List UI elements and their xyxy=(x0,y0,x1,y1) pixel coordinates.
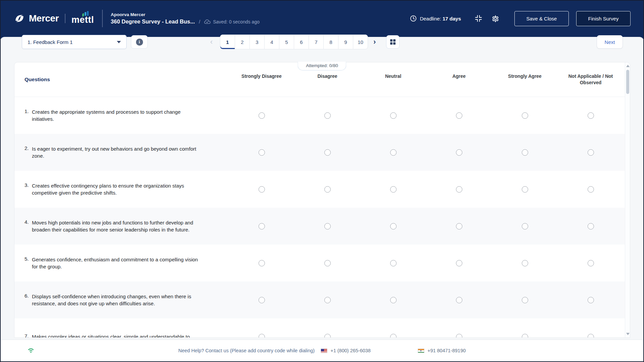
page-button[interactable]: 2 xyxy=(235,35,250,49)
rating-radio[interactable] xyxy=(588,149,594,156)
option-strongly-disagree xyxy=(229,223,294,229)
question-row: 6. Displays self-confidence when introdu… xyxy=(14,281,630,318)
rating-radio[interactable] xyxy=(390,334,397,338)
previous-pages-chevron[interactable]: ‹ xyxy=(210,38,213,46)
rating-radio[interactable] xyxy=(456,112,462,119)
option-strongly-disagree xyxy=(229,334,294,338)
rating-radio[interactable] xyxy=(456,186,462,193)
connection-status xyxy=(27,347,35,355)
rating-radio[interactable] xyxy=(456,334,462,338)
option-disagree xyxy=(294,260,360,266)
page-button[interactable]: 10 xyxy=(353,35,368,49)
questions-column-header: Questions xyxy=(14,76,229,83)
rating-radio[interactable] xyxy=(324,297,331,303)
page-button[interactable]: 9 xyxy=(338,35,353,49)
page-button[interactable]: 3 xyxy=(249,35,265,49)
rating-radio[interactable] xyxy=(456,260,462,266)
option-disagree xyxy=(294,186,360,193)
scroll-up-icon[interactable] xyxy=(626,65,630,67)
question-text-cell: 6. Displays self-confidence when introdu… xyxy=(14,293,229,307)
page-button[interactable]: 7 xyxy=(309,35,324,49)
option-not-applicable xyxy=(558,334,624,338)
rating-radio[interactable] xyxy=(259,297,265,303)
rating-radio[interactable] xyxy=(390,112,397,119)
compress-screen-button[interactable] xyxy=(474,14,482,22)
rating-radio[interactable] xyxy=(259,260,265,266)
rating-radio[interactable] xyxy=(324,334,331,338)
scroll-down-icon[interactable] xyxy=(626,333,630,335)
rating-radio[interactable] xyxy=(324,186,331,193)
question-number: 2. xyxy=(25,145,32,160)
rating-radio[interactable] xyxy=(456,297,462,303)
rating-radio[interactable] xyxy=(588,297,594,303)
rating-radio[interactable] xyxy=(522,260,528,266)
page-button[interactable]: 8 xyxy=(323,35,338,49)
option-agree xyxy=(426,334,492,338)
form-info-button[interactable]: i xyxy=(131,35,148,49)
rating-radio[interactable] xyxy=(390,223,397,229)
title-block: Apoorva Mercer 360 Degree Survey - Lead … xyxy=(111,12,260,25)
rating-radio[interactable] xyxy=(522,334,528,338)
cloud-saved-icon xyxy=(204,19,211,24)
finish-survey-button[interactable]: Finish Survey xyxy=(576,11,631,26)
rating-radio[interactable] xyxy=(588,223,594,229)
scrollbar-thumb[interactable] xyxy=(626,70,629,94)
rating-radio[interactable] xyxy=(522,112,528,119)
rating-radio[interactable] xyxy=(324,112,331,119)
question-text-cell: 3. Creates effective contingency plans t… xyxy=(14,182,229,197)
rating-radio[interactable] xyxy=(456,149,462,156)
rating-radio[interactable] xyxy=(324,260,331,266)
option-strongly-agree xyxy=(492,186,558,193)
page-button[interactable]: 4 xyxy=(264,35,279,49)
rating-radio[interactable] xyxy=(259,186,265,193)
rating-radio[interactable] xyxy=(390,149,397,156)
rating-radio[interactable] xyxy=(522,186,528,193)
rating-radio[interactable] xyxy=(390,297,397,303)
page-button[interactable]: 5 xyxy=(279,35,294,49)
top-header: Mercer mettl Apoorva Mercer 360 Degree S… xyxy=(0,0,644,37)
option-agree xyxy=(426,297,492,303)
feedback-form-dropdown-value: 1. Feedback Form 1 xyxy=(28,39,73,45)
option-strongly-agree xyxy=(492,297,558,303)
rating-radio[interactable] xyxy=(522,149,528,156)
rating-radio[interactable] xyxy=(259,223,265,229)
next-button[interactable]: Next xyxy=(597,35,623,49)
page-button[interactable]: 1 xyxy=(220,35,235,49)
rating-radio[interactable] xyxy=(456,223,462,229)
rating-radio[interactable] xyxy=(588,112,594,119)
rating-radio[interactable] xyxy=(259,112,265,119)
option-disagree xyxy=(294,334,360,338)
rating-radio[interactable] xyxy=(324,149,331,156)
save-close-button[interactable]: Save & Close xyxy=(514,11,569,26)
option-not-applicable xyxy=(558,149,624,156)
question-text-cell: 4. Moves high potentials into new jobs a… xyxy=(14,219,229,234)
rating-radio[interactable] xyxy=(259,334,265,338)
option-agree xyxy=(426,149,492,156)
vertical-scrollbar[interactable] xyxy=(625,62,630,338)
question-number: 4. xyxy=(25,219,32,234)
attempted-badge: Attempted: 0/80 xyxy=(297,62,346,70)
help-footer: Need Help? Contact us (Please add countr… xyxy=(0,340,644,361)
question-table: Questions Strongly Disagree Disagree Neu… xyxy=(14,62,630,338)
option-strongly-disagree xyxy=(229,297,294,303)
rating-radio[interactable] xyxy=(390,186,397,193)
option-strongly-agree xyxy=(492,260,558,266)
rating-radio[interactable] xyxy=(588,186,594,193)
survey-toolbar: 1. Feedback Form 1 i ‹ 1 2 3 4 5 6 7 xyxy=(0,35,644,50)
rating-radio[interactable] xyxy=(324,223,331,229)
page-button[interactable]: 6 xyxy=(294,35,309,49)
grid-view-button[interactable] xyxy=(386,35,400,49)
settings-button[interactable] xyxy=(491,14,500,23)
rating-radio[interactable] xyxy=(588,260,594,266)
rating-radio[interactable] xyxy=(259,149,265,156)
next-pages-chevron[interactable]: › xyxy=(373,38,376,46)
option-agree xyxy=(426,112,492,119)
rating-radio[interactable] xyxy=(522,223,528,229)
rating-radio[interactable] xyxy=(588,334,594,338)
rating-radio[interactable] xyxy=(390,260,397,266)
deadline-info: Deadline: 17 days xyxy=(410,15,461,22)
option-neutral xyxy=(360,149,426,156)
rating-radio[interactable] xyxy=(522,297,528,303)
option-not-applicable xyxy=(558,112,624,119)
feedback-form-dropdown[interactable]: 1. Feedback Form 1 xyxy=(22,35,127,49)
